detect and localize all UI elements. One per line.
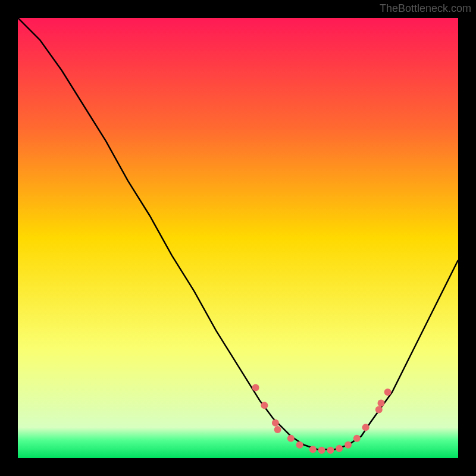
data-marker: [336, 445, 343, 452]
data-marker: [309, 446, 317, 453]
data-marker: [274, 426, 281, 433]
data-marker: [252, 384, 259, 392]
data-marker: [353, 435, 361, 442]
data-marker: [296, 441, 303, 449]
data-marker: [378, 400, 385, 407]
data-marker: [345, 441, 352, 449]
watermark-text: TheBottleneck.com: [380, 2, 471, 15]
data-marker: [384, 389, 392, 396]
data-marker: [261, 402, 268, 409]
data-marker: [375, 406, 383, 414]
data-marker: [272, 419, 279, 427]
data-marker: [362, 424, 369, 431]
data-marker: [327, 447, 334, 454]
data-marker: [287, 435, 295, 442]
bottleneck-chart: [18, 18, 458, 458]
chart-container: [18, 18, 458, 458]
data-marker: [318, 447, 325, 454]
